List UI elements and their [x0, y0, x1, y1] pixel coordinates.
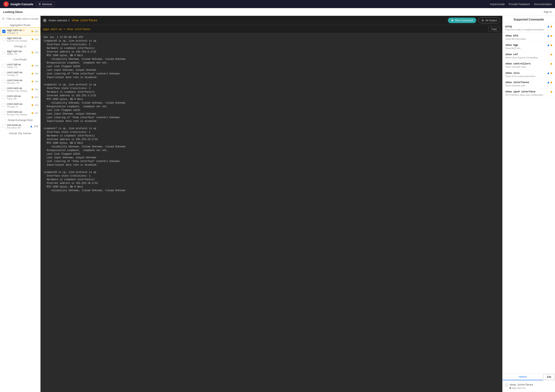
status-dot: [32, 73, 33, 74]
feedback-link[interactable]: Provide Feedback: [509, 3, 530, 6]
signin-link[interactable]: Sign in: [544, 10, 552, 13]
node-checkbox[interactable]: [2, 125, 5, 128]
node-checkbox[interactable]: [2, 80, 5, 83]
history-section: show interfaces agg1.eqch.aa: [503, 380, 555, 392]
history-tabs: History Edit: [503, 374, 555, 380]
main-layout: Aggregation Router agg1.eqch.aa ★ Chicag…: [0, 16, 555, 392]
list-item[interactable]: core2.kans.aa Kansas City, Kansas IOS: [0, 109, 40, 117]
close-button[interactable]: ✕: [43, 19, 47, 22]
list-item[interactable]: agg1.kans.aa Kansas City, Kansas IOS: [0, 36, 40, 43]
ios-badge-icon: [551, 44, 552, 46]
os-badge: IOS: [35, 73, 38, 75]
list-item[interactable]: core1.eqch.aa Chicago, IL IOS: [0, 70, 40, 78]
node-info: core1.hous.aa Houston, TX: [7, 79, 30, 84]
status-dot: [32, 52, 33, 53]
eos-badge-icon: [547, 72, 549, 74]
group-aggregation-router: Aggregation Router: [0, 22, 40, 27]
left-sidebar: Aggregation Router agg1.eqch.aa ★ Chicag…: [0, 16, 41, 392]
node-info: core1.tuls.aa Tulsa, OK: [7, 95, 30, 100]
logo-icon: I: [3, 1, 9, 7]
os-badge: EOS: [34, 125, 38, 127]
list-item[interactable]: show controllers Show controller stats: [503, 61, 555, 70]
copy-button[interactable]: Copy: [488, 27, 500, 32]
list-item[interactable]: show cef Show Cisco Express Forwarding: [503, 51, 555, 61]
list-item[interactable]: core1.hous.aa Houston, TX IOS: [0, 78, 40, 86]
os-badge: IOS: [35, 52, 38, 54]
node-checkbox[interactable]: [2, 30, 6, 33]
impersonate-link[interactable]: Impersonate: [490, 3, 505, 6]
list-item[interactable]: agg1.eqch.aa ★ Chicago, IL IOS: [0, 27, 40, 36]
node-info: agg2.eqch.aa Dallas, TX: [7, 50, 30, 55]
list-item[interactable]: core1.kans.aa Kansas City, Kansas IOS: [0, 86, 40, 93]
node-info: sw4.arista.aa Ann Arbor, MI: [7, 124, 29, 129]
eos-badge-icon: [547, 44, 549, 46]
list-item[interactable]: show isis Show IS-IS routing information: [503, 70, 555, 79]
status-dot: [32, 38, 33, 40]
status-dot: [32, 112, 33, 114]
top-nav: I Insight Console ☰ Services Impersonate…: [0, 0, 555, 8]
node-info: agg1.kans.aa Kansas City, Kansas: [7, 37, 30, 42]
node-checkbox[interactable]: [2, 38, 5, 41]
node-list: Aggregation Router agg1.eqch.aa ★ Chicag…: [0, 22, 40, 392]
star-icon: ★: [23, 29, 25, 32]
node-info: core1.dall.aa Dallas, TX: [7, 63, 30, 68]
command-list: ping Ping from router to supplied destin…: [503, 23, 555, 374]
list-item[interactable]: ping Ping from router to supplied destin…: [503, 23, 555, 33]
supported-commands-header: Supported Commands: [503, 16, 555, 23]
list-item[interactable]: agg2.eqch.aa Dallas, TX IOS: [0, 49, 40, 57]
history-node-dot: [509, 387, 511, 389]
terminal-output: Sat Jun 1 17:02:40.946 UTC Loopback0 is …: [41, 33, 502, 392]
node-info: core2.kans.aa Kansas City, Kansas: [7, 111, 30, 116]
hamburger-icon: ☰: [38, 3, 41, 6]
node-checkbox[interactable]: [2, 111, 5, 115]
services-button[interactable]: ☰ Services: [36, 2, 55, 7]
tab-history[interactable]: History: [503, 374, 543, 380]
status-dot: [31, 31, 33, 32]
ios-badge-icon: [551, 91, 552, 93]
status-dot: [32, 81, 33, 82]
list-item[interactable]: show interfaces Show interface stats: [503, 79, 555, 89]
svg-point-5: [482, 20, 483, 21]
ios-badge-icon: [551, 63, 552, 65]
svg-point-2: [2, 18, 4, 19]
all-output-button[interactable]: All Output: [478, 17, 500, 23]
group-chicago: Chicago, IL: [0, 43, 40, 49]
list-item[interactable]: show bfd Show bfd information: [503, 33, 555, 42]
group-core-router: Core Router: [0, 57, 40, 62]
history-info: show interfaces agg1.eqch.aa: [509, 383, 533, 389]
list-item[interactable]: sw4.arista.aa Ann Arbor, MI EOS: [0, 122, 40, 130]
list-item[interactable]: core1.dall.aa Dallas, TX IOS: [0, 62, 40, 70]
status-dot: [32, 89, 33, 90]
search-input[interactable]: [7, 17, 38, 20]
node-checkbox[interactable]: [2, 72, 5, 75]
logo: I Insight Console: [3, 1, 33, 7]
svg-text:I: I: [6, 3, 7, 6]
edit-button[interactable]: Edit: [543, 374, 555, 380]
list-item[interactable]: show ipv4 interface IPv4 interface statu…: [503, 89, 555, 98]
run-command-button[interactable]: Run Command: [448, 18, 476, 23]
node-checkbox[interactable]: [2, 51, 5, 54]
eos-badge-icon: [547, 81, 549, 83]
node-checkbox[interactable]: [2, 104, 5, 107]
command-input[interactable]: [72, 19, 446, 22]
node-checkbox[interactable]: [2, 96, 5, 99]
status-dot: [32, 96, 33, 98]
list-item[interactable]: core2.eqch.aa Chicago, IL IOS: [0, 101, 40, 109]
right-panel: Supported Commands ping Ping from router…: [502, 16, 555, 392]
svg-line-3: [4, 19, 4, 20]
history-radio[interactable]: [505, 384, 508, 386]
sub-nav: Looking Glass Sign in: [0, 8, 555, 16]
node-checkbox[interactable]: [2, 64, 5, 67]
node-info: agg1.eqch.aa ★ Chicago, IL: [7, 29, 30, 34]
documentation-link[interactable]: Documentation: [534, 3, 552, 6]
app-title: Insight Console: [11, 2, 33, 6]
list-item[interactable]: core1.tuls.aa Tulsa, OK IOS: [0, 93, 40, 101]
status-dot: [32, 104, 33, 106]
page-title: Looking Glass: [3, 10, 23, 14]
status-triangle: [30, 126, 32, 127]
command-bar: ✕ Nodes selected: 1 Run Command All Outp…: [41, 16, 502, 25]
search-icon: [2, 17, 5, 20]
os-badge: IOS: [35, 81, 38, 83]
node-checkbox[interactable]: [2, 88, 5, 91]
list-item[interactable]: show bgp Show BGP info: [503, 42, 555, 51]
